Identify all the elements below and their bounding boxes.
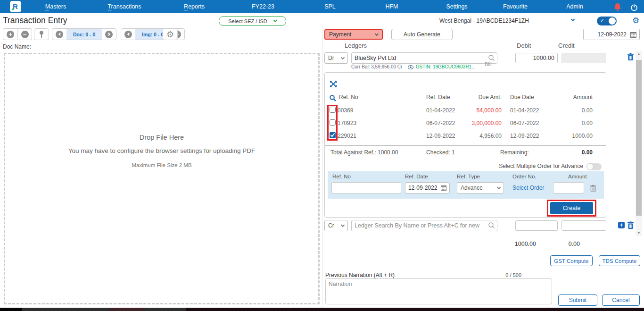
- credit-total: 0.00: [537, 241, 580, 247]
- auto-generate-button[interactable]: Auto Generate: [391, 29, 453, 40]
- delete-new-ledger-row-icon[interactable]: [627, 221, 634, 229]
- power-icon[interactable]: [630, 3, 638, 11]
- multi-order-toggle[interactable]: [586, 163, 602, 170]
- voucher-date-input[interactable]: 12-09-2022: [583, 29, 640, 40]
- new-credit-input[interactable]: [561, 220, 606, 231]
- doc-settings-group: ⚙: [163, 28, 178, 40]
- scroll-down-arrow[interactable]: ▼: [636, 231, 642, 235]
- debit-column-header: Debit: [517, 42, 531, 49]
- zoom-out-button[interactable]: −: [17, 29, 32, 40]
- right-panel-scrollbar[interactable]: ▲ ▼: [636, 51, 642, 236]
- due-date-header: Due Date: [510, 94, 534, 101]
- top-navbar: R Masters Transactions Reports FY22-23 S…: [0, 0, 644, 13]
- settings-gear-icon[interactable]: ⚙: [632, 16, 639, 25]
- img-prev-button[interactable]: [121, 29, 135, 40]
- nav-fy22-23[interactable]: FY22-23: [252, 3, 274, 10]
- new-drcr-select[interactable]: Cr: [324, 220, 348, 231]
- doc-prev-button[interactable]: [52, 29, 66, 40]
- nav-favourite[interactable]: Favourite: [503, 3, 528, 10]
- cancel-button[interactable]: Cancel: [602, 294, 640, 306]
- ref-type-label: Ref. Type: [457, 174, 480, 179]
- new-ledger-search-input[interactable]: [351, 220, 497, 231]
- nav-transactions[interactable]: Transactions: [107, 3, 141, 10]
- zoom-group: + −: [3, 28, 32, 40]
- debit-amount-input[interactable]: [515, 53, 558, 63]
- gst-compute-button[interactable]: GST Compute: [550, 255, 593, 266]
- expand-icon[interactable]: [330, 79, 337, 88]
- pin-group: [34, 28, 49, 40]
- amount-label: Amount: [568, 174, 587, 179]
- ref-row-3: 229021 12-09-2022 4,956.00 12-09-2022 10…: [325, 129, 606, 142]
- gstin-value: GSTIN: 19GBCUC9603R1...: [416, 64, 476, 69]
- advance-amount-input[interactable]: [553, 182, 584, 193]
- drop-title: Drop File Here: [5, 134, 318, 141]
- advance-ref-subform: Ref. No Ref. Date Ref. Type Order No. Am…: [328, 171, 604, 199]
- nav-reports[interactable]: Reports: [184, 3, 205, 10]
- new-debit-input[interactable]: [515, 220, 558, 231]
- narration-textarea[interactable]: [325, 278, 552, 304]
- branch-gstin-label: West Bengal - 19ABCDE1234F1ZH: [439, 17, 529, 24]
- ledger-search-field[interactable]: [351, 52, 497, 64]
- drcr-select[interactable]: Dr: [324, 52, 348, 64]
- advance-ref-no-input[interactable]: [331, 182, 401, 193]
- sez-isd-dropdown[interactable]: Select SEZ / ISD: [219, 16, 286, 26]
- voucher-type-dropdown[interactable]: Payment: [324, 29, 383, 40]
- nav-admin[interactable]: Admin: [566, 3, 583, 10]
- ref-row-1: 00369 01-04-2022 54,000.00 01-04-2022 0.…: [325, 104, 606, 117]
- search-icon: [488, 55, 495, 61]
- doc-name-label: Doc Name:: [3, 43, 31, 50]
- nav-settings[interactable]: Settings: [446, 3, 467, 10]
- new-ledger-search-field[interactable]: [351, 220, 497, 231]
- ref-date-header: Ref. Date: [426, 94, 450, 101]
- ref-type-value: Advance: [461, 185, 483, 191]
- advance-ref-date-input[interactable]: 12-09-2022: [405, 182, 450, 193]
- ref-no-cell: 229021: [338, 133, 356, 139]
- drop-hint: You may have to configure the browser se…: [5, 147, 318, 154]
- amount-cell: 1000.00: [539, 133, 593, 139]
- create-button-highlight-annotation: [547, 200, 596, 217]
- notification-bell-icon[interactable]: [614, 2, 621, 11]
- submit-button[interactable]: Submit: [558, 294, 597, 306]
- drop-max-size: Maximum File Size 2 MB: [5, 162, 318, 168]
- nav-hfm[interactable]: HFM: [385, 3, 398, 10]
- taskbar-segment: [109, 308, 145, 311]
- select-order-link[interactable]: Select Order: [512, 185, 544, 191]
- ledger-name-input[interactable]: [351, 52, 497, 64]
- remaining-value: 0.00: [539, 149, 593, 156]
- tds-compute-button[interactable]: TDS Compute: [599, 255, 640, 266]
- header-toggle-on[interactable]: ✓: [597, 17, 617, 25]
- credit-column-header: Credit: [558, 42, 575, 49]
- ref-no-header: Ref. No: [339, 94, 358, 101]
- previous-narration-label[interactable]: Previous Narration (Alt + R): [325, 272, 395, 278]
- ref-no-cell: 00369: [338, 107, 353, 114]
- drcr-value: Dr: [328, 55, 334, 61]
- transaction-entry-screen: R Masters Transactions Reports FY22-23 S…: [0, 0, 644, 311]
- bill-link[interactable]: Bill: [485, 61, 492, 67]
- amount-cell: 0.00: [539, 107, 593, 114]
- doc-settings-gear-icon[interactable]: ⚙: [163, 29, 177, 40]
- pin-icon[interactable]: [34, 29, 49, 40]
- nav-masters[interactable]: Masters: [45, 3, 66, 10]
- scrollbar-thumb[interactable]: [636, 60, 642, 216]
- bill-reference-panel: Ref. No Ref. Date Due Amt. Due Date Amou…: [324, 72, 606, 218]
- due-date-cell: 01-04-2022: [510, 107, 539, 114]
- add-ledger-row-icon[interactable]: +: [618, 222, 625, 228]
- app-logo[interactable]: R: [10, 1, 21, 12]
- narration-char-counter: 0 / 500: [490, 272, 521, 278]
- doc-next-button[interactable]: [102, 29, 116, 40]
- branch-chevron-down-icon[interactable]: [571, 17, 575, 21]
- scroll-up-arrow[interactable]: ▲: [636, 52, 642, 56]
- total-against-ref: Total Against Ref.: 1000.00: [330, 149, 398, 156]
- nav-spl[interactable]: SPL: [324, 3, 336, 10]
- delete-advance-row-icon[interactable]: [590, 184, 596, 192]
- taskbar-segment: [0, 308, 22, 311]
- sez-isd-label: Select SEZ / ISD: [228, 18, 267, 24]
- due-amt-cell: 3,00,000.00: [466, 120, 502, 126]
- delete-ledger-row-icon[interactable]: [627, 52, 634, 61]
- eye-icon[interactable]: [408, 65, 413, 69]
- ref-search-icon[interactable]: [330, 93, 336, 102]
- file-dropzone[interactable]: Drop File Here You may have to configure…: [4, 53, 320, 304]
- ref-type-select[interactable]: Advance: [457, 182, 504, 193]
- doc-counter[interactable]: Doc: 0 - 0: [66, 29, 102, 40]
- zoom-in-button[interactable]: +: [3, 29, 17, 40]
